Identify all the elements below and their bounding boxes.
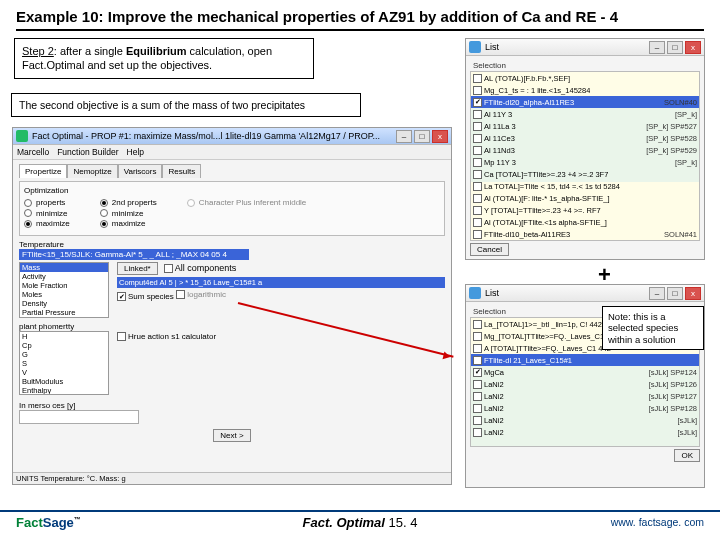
tab-nemoptize[interactable]: Nemoptize <box>67 164 117 178</box>
checkbox-icon[interactable] <box>473 122 482 131</box>
list-item[interactable]: MgCa[sJLk] SP#124 <box>471 366 699 378</box>
checkbox-icon[interactable] <box>473 332 482 341</box>
listbox-option[interactable]: G <box>20 350 108 359</box>
checkbox-icon[interactable] <box>473 380 482 389</box>
list-item[interactable]: LaNi2[sJLk] SP#127 <box>471 390 699 402</box>
list-item[interactable]: La TOTAL]=Tlite < 15, td4 =.< 1s td 5284 <box>471 180 699 192</box>
tab-variscors[interactable]: Variscors <box>118 164 163 178</box>
checkbox-icon[interactable] <box>473 404 482 413</box>
list-item[interactable]: Al 11La 3[SP_k] SP#527 <box>471 120 699 132</box>
checkbox-icon[interactable] <box>473 146 482 155</box>
list-item[interactable]: LaNi2[sJLk] <box>471 414 699 426</box>
menu-item[interactable]: Marcello <box>17 147 49 157</box>
list-item[interactable]: Al (TOTAL)[F: lite-* 1s_alpha-SFTIE_] <box>471 192 699 204</box>
listbox-option[interactable]: Partial Pressure <box>20 308 108 317</box>
listbox-option[interactable]: V <box>20 368 108 377</box>
listbox-option[interactable]: S <box>20 359 108 368</box>
list-item[interactable]: FTlite-dl 21_Laves_C15#1 <box>471 354 699 366</box>
menu-item[interactable]: Function Builder <box>57 147 118 157</box>
listbox-option[interactable]: Moles <box>20 290 108 299</box>
list-item[interactable]: Mp 11Y 3[SP_k] <box>471 156 699 168</box>
list-item[interactable]: Al 11Ce3[SP_k] SP#528 <box>471 132 699 144</box>
linked-button[interactable]: Linked* <box>117 262 158 275</box>
listbox-option[interactable]: Cp <box>20 341 108 350</box>
checkbox-icon[interactable] <box>473 344 482 353</box>
minimize-button[interactable]: – <box>649 41 665 54</box>
radio-2nd-property[interactable]: 2nd properts <box>100 198 157 207</box>
list-item[interactable]: Al 11Y 3[SP_k] <box>471 108 699 120</box>
listbox-option[interactable]: Activity <box>20 272 108 281</box>
listbox-option[interactable]: Volume <box>20 317 108 318</box>
listbox-option[interactable]: BultModulus <box>20 377 108 386</box>
checkbox-icon[interactable] <box>473 416 482 425</box>
cancel-button[interactable]: Cancel <box>470 243 509 256</box>
checkbox-icon[interactable] <box>473 74 482 83</box>
check-log[interactable]: logarithmic <box>176 290 226 299</box>
checkbox-icon[interactable] <box>473 98 482 107</box>
next-button[interactable]: Next > <box>213 429 250 442</box>
computed-value[interactable]: Comput4ed AI 5 | > * 15_16 Lave_C15#1 a <box>117 277 445 288</box>
list-item[interactable]: LaNi2[sJLk] SP#128 <box>471 402 699 414</box>
intersec-field[interactable] <box>19 410 139 424</box>
checkbox-icon[interactable] <box>473 158 482 167</box>
listbox-option[interactable]: Enthalpy <box>20 386 108 395</box>
list-item[interactable]: Al (TOTAL)[FTlite.<1s alpha-SFTIE_] <box>471 216 699 228</box>
tab-results[interactable]: Results <box>162 164 201 178</box>
checkbox-icon[interactable] <box>473 206 482 215</box>
list-item[interactable]: FTlite-dl20_alpha-Al11RE3SOLN#40 <box>471 96 699 108</box>
checkbox-icon[interactable] <box>473 182 482 191</box>
species-list[interactable]: AL (TOTAL)[F.b.Fb.*,SEF]Mg_C1_ts = : 1 l… <box>470 71 700 241</box>
tab-properties[interactable]: Propertize <box>19 164 67 178</box>
close-button[interactable]: x <box>432 130 448 143</box>
checkbox-icon[interactable] <box>473 368 482 377</box>
list-item[interactable]: FTlite-dl10_beta-Al11RE3SOLN#41 <box>471 228 699 240</box>
check-normalize[interactable]: Hrue action s1 calculator <box>117 332 216 341</box>
checkbox-icon[interactable] <box>473 86 482 95</box>
list-item[interactable]: Al 11Nd3[SP_k] SP#529 <box>471 144 699 156</box>
listbox-option[interactable]: Mole Fraction <box>20 281 108 290</box>
checkbox-icon[interactable] <box>473 392 482 401</box>
property-list[interactable]: MassActivityMole FractionMolesDensityPar… <box>19 262 109 318</box>
list-item[interactable]: AL (TOTAL)[F.b.Fb.*,SEF] <box>471 72 699 84</box>
temperature-value[interactable]: FTlite<15_15/SJLK: Gamma-Al* 5_ _ ALL ; … <box>19 249 249 260</box>
list-item-label: MgCa <box>484 368 504 377</box>
checkbox-icon[interactable] <box>473 230 482 239</box>
list-item[interactable]: Ca [TOTAL]=TTlite>=.23 +4 >=.2 3F7 <box>471 168 699 180</box>
checkbox-icon[interactable] <box>473 170 482 179</box>
radio-minimize-2[interactable]: minimize <box>100 209 144 218</box>
listbox-option[interactable]: H <box>20 332 108 341</box>
maximize-button[interactable]: □ <box>667 287 683 300</box>
radio-maximize-2[interactable]: maximize <box>100 219 146 228</box>
list-item[interactable]: LaNi2[sJLk] <box>471 426 699 438</box>
maximize-button[interactable]: □ <box>414 130 430 143</box>
list-item[interactable]: LaNi2[sJLk] SP#126 <box>471 378 699 390</box>
checkbox-icon[interactable] <box>473 428 482 437</box>
ok-button[interactable]: OK <box>674 449 700 462</box>
checkbox-icon[interactable] <box>473 218 482 227</box>
menu-item[interactable]: Help <box>127 147 144 157</box>
list-item[interactable]: Mg_C1_ts = : 1 lite.<1s_145284 <box>471 84 699 96</box>
checkbox-icon[interactable] <box>473 110 482 119</box>
list-item[interactable]: Y [TOTAL]=TTlite>=.23 +4 >=. RF7 <box>471 204 699 216</box>
listbox-option[interactable]: Density <box>20 299 108 308</box>
radio-maximize[interactable]: maximize <box>24 219 70 228</box>
minimize-button[interactable]: – <box>396 130 412 143</box>
checkbox-icon[interactable] <box>473 320 482 329</box>
check-sum[interactable]: Sum species <box>117 292 174 301</box>
checkbox-icon[interactable] <box>473 356 482 365</box>
checkbox-icon[interactable] <box>473 194 482 203</box>
minimize-button[interactable]: – <box>649 287 665 300</box>
slide-title: Example 10: Improve the mechanical prope… <box>16 8 704 31</box>
check-allcomp[interactable]: All components <box>164 263 237 273</box>
radio-property[interactable]: properts <box>24 198 65 207</box>
maximize-button[interactable]: □ <box>667 41 683 54</box>
close-button[interactable]: x <box>685 41 701 54</box>
phase-list[interactable]: HCpGSVBultModulusEnthalpy <box>19 331 109 395</box>
checkbox-icon[interactable] <box>473 134 482 143</box>
radio-minimize[interactable]: minimize <box>24 209 68 218</box>
menu-bar[interactable]: Marcello Function Builder Help <box>13 145 451 160</box>
tab-bar[interactable]: Propertize Nemoptize Variscors Results <box>19 164 445 178</box>
listbox-option[interactable]: Mass <box>20 263 108 272</box>
close-button[interactable]: x <box>685 287 701 300</box>
intersec-label: In merso ces [y] <box>19 401 445 410</box>
